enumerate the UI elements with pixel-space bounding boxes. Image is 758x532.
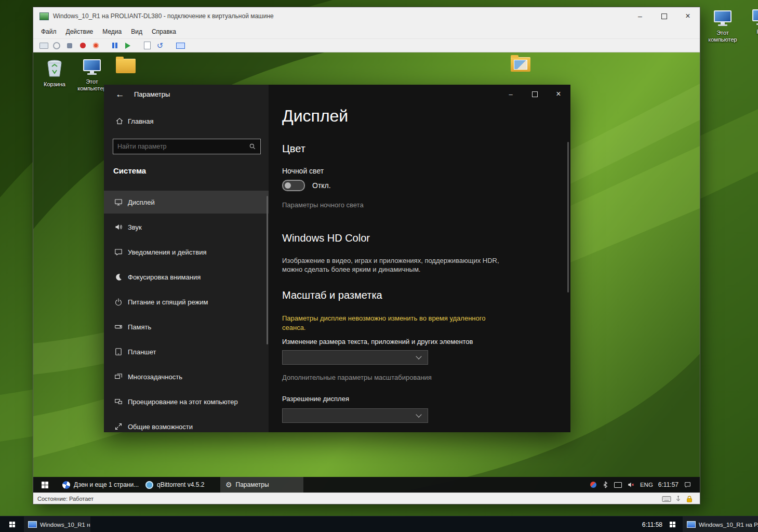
ctrl-alt-del-icon[interactable]	[38, 41, 49, 50]
usb-icon	[675, 495, 682, 503]
computer-icon	[712, 10, 733, 28]
night-light-toggle[interactable]	[282, 180, 305, 191]
recycle-bin-icon-group[interactable]: Корзина	[37, 59, 72, 88]
home-icon	[115, 117, 124, 125]
bluetooth-icon[interactable]	[602, 481, 609, 489]
sidebar-scrollbar[interactable]	[267, 196, 268, 344]
windows-logo-icon[interactable]	[670, 522, 675, 527]
screen: Этот компьютер Ror Windows_10_R1 на PROL…	[0, 0, 758, 532]
sidebar-item-multitasking[interactable]: Многозадачность	[104, 365, 269, 388]
taskbar-item-settings[interactable]: ⚙ Параметры	[220, 477, 303, 493]
host-tray: 6:11:58 Windows_10_R1 на P...	[642, 516, 758, 532]
maximize-icon	[661, 14, 667, 19]
sidebar-item-home[interactable]: Главная	[115, 117, 153, 125]
taskbar-item-label: Windows_10_R1 на P...	[40, 522, 90, 528]
sidebar-item-display[interactable]: Дисплей	[104, 191, 269, 214]
night-light-settings-link[interactable]: Параметры ночного света	[282, 201, 364, 209]
minimize-button[interactable]: –	[499, 85, 523, 103]
close-button[interactable]: ×	[676, 7, 700, 25]
enhanced-session-icon[interactable]	[175, 41, 185, 50]
settings-window: ← Параметры Главная Система Дисплей	[104, 85, 570, 432]
menu-help[interactable]: Справка	[147, 25, 181, 38]
remote-session-warning: Параметры дисплея невозможно изменить во…	[282, 314, 510, 332]
hyperv-app-icon	[39, 12, 49, 20]
vm-window-title: Windows_10_R1 на PROLIANT-DL380 - подклю…	[53, 12, 274, 20]
revert-icon[interactable]: ↺	[155, 41, 165, 50]
resume-icon[interactable]	[123, 41, 133, 50]
settings-window-controls: – ×	[499, 85, 570, 103]
clock[interactable]: 6:11:57	[658, 481, 679, 488]
vm-desktop-icon-user-folder[interactable]	[114, 59, 137, 73]
search-input[interactable]	[113, 143, 249, 150]
menu-action[interactable]: Действие	[61, 25, 98, 38]
sidebar-item-label: Звук	[128, 223, 142, 231]
sidebar-item-focus-assist[interactable]: Фокусировка внимания	[104, 265, 269, 288]
menu-media[interactable]: Медиа	[98, 25, 126, 38]
host-taskbar-item-vm[interactable]: Windows_10_R1 на P...	[24, 516, 90, 532]
host-taskbar: Windows_10_R1 на P... 6:11:58 Windows_10…	[0, 516, 758, 532]
user-icon	[121, 59, 130, 72]
taskbar-item-label: qBittorrent v4.5.2	[157, 481, 204, 488]
shut-down-icon[interactable]	[64, 41, 75, 50]
close-icon: ×	[685, 11, 690, 21]
pause-icon[interactable]	[110, 41, 120, 50]
checkpoint-icon[interactable]	[142, 41, 152, 50]
minimize-icon: –	[638, 12, 642, 20]
action-center-icon[interactable]	[684, 481, 691, 488]
vm-desktop-icon-pictures-folder[interactable]	[509, 57, 532, 72]
maximize-icon	[532, 91, 538, 97]
sidebar-item-projecting[interactable]: Проецирование на этот компьютер	[104, 390, 269, 413]
section-color: Цвет	[282, 143, 305, 155]
multitasking-icon	[114, 373, 123, 381]
projecting-icon	[114, 397, 123, 406]
settings-search-box[interactable]	[113, 139, 261, 154]
close-button[interactable]: ×	[547, 85, 570, 103]
sidebar-item-notifications[interactable]: Уведомления и действия	[104, 241, 269, 263]
vm-start-button[interactable]	[33, 477, 56, 493]
sidebar-item-shared-experiences[interactable]: Общие возможности	[104, 415, 269, 432]
vm-window-titlebar[interactable]: Windows_10_R1 на PROLIANT-DL380 - подклю…	[33, 7, 700, 25]
storage-icon	[114, 323, 123, 331]
host-taskbar-item-vm-2[interactable]: Windows_10_R1 на P...	[683, 516, 758, 532]
resolution-dropdown[interactable]	[282, 408, 428, 423]
host-clock[interactable]: 6:11:58	[642, 521, 662, 528]
search-icon	[249, 143, 256, 150]
sidebar-section-title: Система	[113, 166, 146, 175]
sidebar-item-label: Питание и спящий режим	[128, 298, 208, 306]
host-start-button[interactable]	[0, 516, 24, 532]
sidebar-item-storage[interactable]: Память	[104, 315, 269, 338]
scale-dropdown[interactable]	[282, 350, 428, 365]
host-desktop-icon-this-pc[interactable]: Этот компьютер	[706, 10, 740, 43]
sidebar-item-power-sleep[interactable]: Питание и спящий режим	[104, 290, 269, 313]
folder-icon	[511, 57, 530, 72]
network-icon[interactable]	[614, 482, 622, 488]
maximize-button[interactable]	[523, 85, 547, 103]
maximize-button[interactable]	[652, 7, 676, 25]
reset-icon[interactable]	[90, 41, 101, 50]
tray-app-icon[interactable]	[590, 482, 596, 488]
moon-icon	[114, 273, 123, 281]
content-scrollbar[interactable]	[567, 142, 569, 292]
advanced-scaling-link[interactable]: Дополнительные параметры масштабирования	[282, 374, 432, 381]
host-desktop-icon-ror[interactable]: Ror	[744, 9, 758, 35]
turn-off-icon[interactable]	[51, 41, 62, 50]
notifications-icon	[114, 248, 123, 256]
settings-sidebar: ← Параметры Главная Система Дисплей	[104, 85, 269, 432]
language-indicator[interactable]: ENG	[640, 482, 653, 488]
taskbar-item-label: Windows_10_R1 на P...	[699, 522, 758, 528]
vm-toolbar: ↺	[33, 38, 700, 52]
back-button[interactable]: ←	[111, 88, 129, 101]
sidebar-item-tablet[interactable]: Планшет	[104, 340, 269, 363]
save-state-icon[interactable]	[77, 41, 88, 50]
computer-icon	[751, 9, 758, 27]
taskbar-item-label: Дзен и еще 1 страни...	[74, 481, 139, 488]
vm-connection-window: Windows_10_R1 на PROLIANT-DL380 - подклю…	[33, 7, 700, 504]
taskbar-item-zen[interactable]: Дзен и еще 1 страни...	[57, 477, 140, 493]
taskbar-item-qbittorrent[interactable]: qBittorrent v4.5.2	[140, 477, 219, 493]
sidebar-item-sound[interactable]: Звук	[104, 216, 269, 238]
menu-file[interactable]: Файл	[36, 25, 61, 38]
menu-view[interactable]: Вид	[126, 25, 147, 38]
keyboard-icon	[662, 496, 671, 502]
minimize-button[interactable]: –	[628, 7, 652, 25]
volume-muted-icon[interactable]	[627, 481, 635, 488]
